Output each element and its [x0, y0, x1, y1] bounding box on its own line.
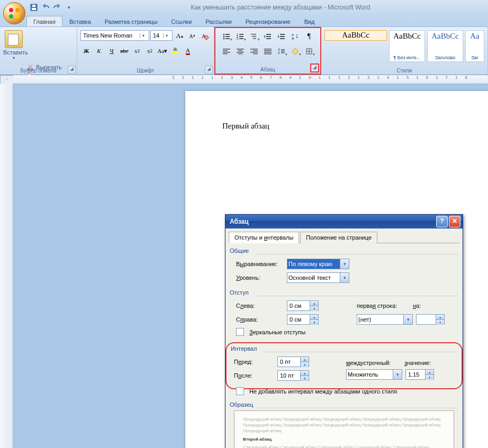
superscript-button[interactable]: x2 — [144, 45, 156, 57]
undo-icon[interactable] — [41, 3, 50, 12]
tab-indents[interactable]: Отступы и интервалы — [229, 232, 299, 243]
paragraph-text[interactable]: Первый абзац — [222, 122, 269, 131]
horizontal-ruler[interactable]: 3211123456789101112131415161718 — [13, 75, 488, 84]
multilevel-button[interactable]: ▾ — [247, 31, 261, 42]
paragraph-launcher[interactable]: ◢ — [310, 63, 319, 72]
svg-point-2 — [9, 14, 13, 19]
paste-button[interactable]: Вставить ▾ — [3, 28, 24, 60]
numbering-button[interactable]: 123▾ — [233, 31, 247, 42]
borders-button[interactable]: ▾ — [302, 45, 316, 57]
grow-font-icon[interactable]: A▴ — [174, 30, 185, 42]
svg-rect-33 — [266, 38, 271, 39]
svg-rect-36 — [280, 38, 285, 39]
svg-rect-41 — [223, 52, 230, 53]
redo-icon[interactable] — [53, 3, 61, 12]
style-nospacing[interactable]: AaBbCc¶ Без инте... — [389, 30, 425, 62]
vertical-ruler[interactable] — [0, 84, 13, 448]
clear-format-icon[interactable]: A — [199, 30, 211, 42]
svg-rect-46 — [238, 53, 242, 54]
tab-refs[interactable]: Ссылки — [165, 16, 199, 26]
svg-rect-40 — [223, 50, 228, 51]
by-label: на: — [413, 303, 434, 309]
window-title: Как уменьшить расстояние между абзацами … — [73, 4, 488, 11]
align-right-button[interactable] — [247, 45, 261, 57]
linespacing-select[interactable]: Множитель▾ — [346, 369, 402, 380]
svg-rect-44 — [238, 50, 242, 51]
svg-point-16 — [223, 34, 225, 35]
tab-mail[interactable]: Рассылки — [198, 16, 238, 26]
tab-insert[interactable]: Вставка — [62, 16, 98, 26]
align-center-button[interactable] — [233, 45, 247, 57]
spacing-after-spinner[interactable]: 10 пт▴▾ — [277, 370, 309, 381]
decrease-indent-button[interactable] — [261, 31, 275, 42]
font-launcher[interactable]: ◢ — [205, 66, 213, 74]
office-button[interactable] — [3, 2, 25, 24]
paste-icon — [5, 30, 23, 48]
preview-box: Предыдущий абзац Предыдущий абзац Предыд… — [234, 410, 454, 448]
show-marks-button[interactable]: ¶ — [302, 31, 316, 42]
svg-rect-6 — [32, 5, 35, 7]
svg-rect-51 — [264, 49, 272, 50]
font-name-combo[interactable]: Times New Roman▾ — [80, 30, 149, 41]
linespacing-value-spinner[interactable]: 1,15▴▾ — [405, 369, 434, 380]
sort-button[interactable]: AЯ — [288, 31, 302, 42]
save-icon[interactable] — [30, 3, 38, 12]
level-select[interactable]: Основной текст▾ — [287, 272, 349, 283]
style-heading2[interactable]: AaЗаг — [465, 30, 484, 62]
svg-text:Я: Я — [292, 37, 294, 40]
ribbon-tabs: Главная Вставка Разметка страницы Ссылки… — [0, 15, 488, 26]
style-heading1[interactable]: AaBbCcЗаголово — [427, 30, 463, 62]
line-spacing-button[interactable]: ▾ — [275, 45, 288, 57]
svg-rect-23 — [239, 34, 243, 35]
dialog-titlebar[interactable]: Абзац ? ✕ — [225, 215, 463, 228]
firstline-label: первая строка: — [357, 303, 410, 309]
increase-indent-button[interactable] — [275, 31, 288, 42]
italic-button[interactable]: К — [93, 45, 105, 57]
qat-more-icon[interactable]: ▾ — [65, 3, 73, 12]
tab-home[interactable]: Главная — [26, 16, 62, 26]
align-left-button[interactable] — [220, 45, 233, 57]
style-normal[interactable]: AaBbCc¶ Обычный — [324, 30, 387, 41]
justify-button[interactable] — [261, 45, 275, 57]
shading-button[interactable]: ▾ — [288, 45, 302, 57]
align-label: Выравнивание: — [236, 261, 284, 267]
dialog-title: Абзац — [228, 218, 436, 225]
indent-right-spinner[interactable]: 0 см▴▾ — [287, 314, 319, 325]
bold-button[interactable]: Ж — [80, 45, 92, 57]
spacing-before-spinner[interactable]: 0 пт▴▾ — [277, 356, 309, 367]
font-color-button[interactable]: A — [182, 45, 194, 57]
alignment-select[interactable]: По левому краю▾ — [287, 259, 349, 269]
tab-layout[interactable]: Разметка страницы — [98, 16, 165, 26]
tab-review[interactable]: Рецензирование — [239, 16, 297, 26]
svg-point-18 — [223, 36, 225, 38]
svg-text:A: A — [292, 33, 294, 36]
nosame-checkbox[interactable] — [236, 387, 244, 395]
shrink-font-icon[interactable]: A▾ — [186, 30, 198, 42]
svg-text:3: 3 — [237, 37, 238, 40]
ruler-corner[interactable]: ▫ — [0, 75, 14, 85]
bullets-button[interactable]: ▾ — [220, 31, 233, 42]
svg-rect-56 — [281, 51, 285, 52]
right-label: Справа: — [236, 316, 284, 323]
help-button[interactable]: ? — [436, 216, 448, 227]
mirror-checkbox[interactable] — [236, 328, 244, 336]
underline-button[interactable]: Ч — [106, 45, 118, 57]
svg-point-3 — [15, 14, 20, 19]
font-size-combo[interactable]: 14▾ — [150, 30, 173, 41]
tab-view[interactable]: Вид — [297, 16, 322, 26]
svg-rect-21 — [225, 38, 230, 39]
strike-button[interactable]: abc — [119, 45, 130, 57]
svg-rect-43 — [237, 49, 244, 50]
highlight-button[interactable] — [169, 45, 181, 57]
firstline-by-spinner[interactable]: ▴▾ — [416, 314, 445, 325]
firstline-select[interactable]: (нет)▾ — [357, 314, 413, 325]
svg-point-0 — [9, 8, 13, 12]
clipboard-launcher[interactable]: ◢ — [68, 66, 76, 74]
close-button[interactable]: ✕ — [449, 216, 460, 227]
after-label: После: — [234, 372, 274, 379]
group-title-styles: Стили — [321, 67, 487, 75]
change-case-button[interactable]: Aa▾ — [157, 45, 168, 57]
indent-left-spinner[interactable]: 0 см▴▾ — [287, 300, 319, 311]
subscript-button[interactable]: x2 — [131, 45, 143, 57]
tab-position[interactable]: Положение на странице — [300, 232, 377, 243]
